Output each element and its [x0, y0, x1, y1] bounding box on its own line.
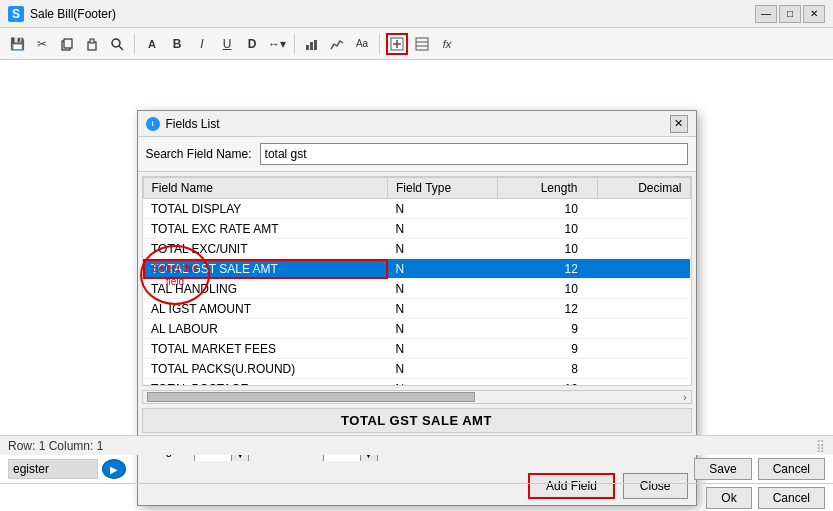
- col-field-name: Field Name: [143, 178, 388, 199]
- separator3: [379, 34, 380, 54]
- table-row[interactable]: TAL HANDLING N 10: [143, 279, 690, 299]
- field-type-cell: N: [388, 239, 498, 259]
- search-input[interactable]: [260, 143, 688, 165]
- field-type-cell: N: [388, 339, 498, 359]
- field-type-cell: N: [388, 299, 498, 319]
- field-decimal-cell: [598, 339, 690, 359]
- register-label: egister: [8, 459, 98, 479]
- save-button-bottom[interactable]: Save: [694, 458, 751, 480]
- bottom-row1: egister ▶ Save Cancel: [0, 455, 833, 483]
- field-type-cell: N: [388, 359, 498, 379]
- dialog-icon: i: [146, 117, 160, 131]
- field-type-cell: N: [388, 219, 498, 239]
- toolbar: 💾 ✂ A B I U D ↔▾ Aa fx: [0, 28, 833, 60]
- svg-point-4: [112, 39, 120, 47]
- title-bar: S Sale Bill(Footer) — □ ✕: [0, 0, 833, 28]
- field-length-cell: 9: [498, 319, 598, 339]
- field-name-cell: AL LABOUR: [143, 319, 388, 339]
- field-decimal-cell: [598, 239, 690, 259]
- field-decimal-cell: [598, 299, 690, 319]
- field-name-cell: TOTAL EXC/UNIT: [143, 239, 388, 259]
- horizontal-scrollbar[interactable]: ›: [142, 390, 692, 404]
- field-type-cell: N: [388, 379, 498, 387]
- text-style-button[interactable]: A: [141, 33, 163, 55]
- copy-button[interactable]: [56, 33, 78, 55]
- field-name-cell-selected: TOTAL GST SALE AMT: [143, 259, 388, 279]
- lookup-button[interactable]: [411, 33, 433, 55]
- summary-field-name: TOTAL GST SALE AMT: [142, 408, 692, 433]
- field-type-cell: N: [388, 199, 498, 219]
- dialog-close-button[interactable]: ✕: [670, 115, 688, 133]
- table-row[interactable]: AL LABOUR N 9: [143, 319, 690, 339]
- field-name-cell: TOTAL MARKET FEES: [143, 339, 388, 359]
- svg-rect-1: [64, 39, 72, 48]
- field-decimal-cell: [598, 199, 690, 219]
- field-name-cell: TOTAL EXC RATE AMT: [143, 219, 388, 239]
- svg-rect-12: [416, 38, 428, 50]
- app-icon: S: [8, 6, 24, 22]
- dialog-title: Fields List: [166, 117, 220, 131]
- separator2: [294, 34, 295, 54]
- ok-button[interactable]: Ok: [706, 487, 751, 509]
- bold-button[interactable]: B: [166, 33, 188, 55]
- field-name-cell: TAL HANDLING: [143, 279, 388, 299]
- table-row[interactable]: TOTAL EXC RATE AMT N 10: [143, 219, 690, 239]
- chart2-button[interactable]: [326, 33, 348, 55]
- field-name-cell: TOTAL POSTAGE: [143, 379, 388, 387]
- svg-rect-6: [306, 45, 309, 50]
- window-title: Sale Bill(Footer): [30, 7, 116, 21]
- fields-table: Field Name Field Type Length Decimal TOT…: [143, 177, 691, 386]
- table-row[interactable]: TOTAL DISPLAY N 10: [143, 199, 690, 219]
- cancel2-button[interactable]: Cancel: [758, 487, 825, 509]
- status-text: Row: 1 Column: 1: [8, 439, 103, 453]
- table-row[interactable]: TOTAL PACKS(U.ROUND) N 8: [143, 359, 690, 379]
- field-decimal-cell: [598, 319, 690, 339]
- col-decimal: Decimal: [598, 178, 690, 199]
- font-aa-button[interactable]: Aa: [351, 33, 373, 55]
- table-row[interactable]: TOTAL EXC/UNIT N 10: [143, 239, 690, 259]
- underline-button[interactable]: U: [216, 33, 238, 55]
- field-length-cell: 10: [498, 239, 598, 259]
- close-window-button[interactable]: ✕: [803, 5, 825, 23]
- field-decimal-cell: [598, 219, 690, 239]
- table-row[interactable]: TOTAL MARKET FEES N 9: [143, 339, 690, 359]
- col-field-type: Field Type: [388, 178, 498, 199]
- field-length-cell: 10: [498, 219, 598, 239]
- field-decimal-cell: [598, 359, 690, 379]
- save-cancel-area: Save Cancel: [694, 458, 825, 480]
- field-length-cell-selected: 12: [498, 259, 598, 279]
- register-circle[interactable]: ▶: [102, 459, 126, 479]
- table-row-selected[interactable]: TOTAL GST SALE AMT N 12: [143, 259, 690, 279]
- arrows-button[interactable]: ↔▾: [266, 33, 288, 55]
- svg-rect-7: [310, 42, 313, 50]
- insert-field-button[interactable]: [386, 33, 408, 55]
- field-length-cell: 9: [498, 339, 598, 359]
- save-button[interactable]: 💾: [6, 33, 28, 55]
- maximize-button[interactable]: □: [779, 5, 801, 23]
- field-type-cell: N: [388, 279, 498, 299]
- minimize-button[interactable]: —: [755, 5, 777, 23]
- field-name-cell: TOTAL PACKS(U.ROUND): [143, 359, 388, 379]
- main-area: i Fields List ✕ Search Field Name: Field…: [0, 60, 833, 511]
- field-type-cell-selected: N: [388, 259, 498, 279]
- field-decimal-cell: [598, 279, 690, 299]
- cut-button[interactable]: ✂: [31, 33, 53, 55]
- search-label: Search Field Name:: [146, 147, 252, 161]
- find-button[interactable]: [106, 33, 128, 55]
- paste-button[interactable]: [81, 33, 103, 55]
- search-row: Search Field Name:: [138, 137, 696, 172]
- cancel-button-bottom[interactable]: Cancel: [758, 458, 825, 480]
- separator1: [134, 34, 135, 54]
- table-row[interactable]: AL IGST AMOUNT N 12: [143, 299, 690, 319]
- field-length-cell: 10: [498, 199, 598, 219]
- field-name-cell: TOTAL DISPLAY: [143, 199, 388, 219]
- bottom-row2: Ok Cancel: [0, 483, 833, 511]
- scrollbar-thumb[interactable]: [147, 392, 476, 402]
- field-decimal-cell-selected: [598, 259, 690, 279]
- chart1-button[interactable]: [301, 33, 323, 55]
- field-length-cell: 12: [498, 299, 598, 319]
- color-d-button[interactable]: D: [241, 33, 263, 55]
- formula-button[interactable]: fx: [436, 33, 458, 55]
- italic-button[interactable]: I: [191, 33, 213, 55]
- table-row[interactable]: TOTAL POSTAGE N 10: [143, 379, 690, 387]
